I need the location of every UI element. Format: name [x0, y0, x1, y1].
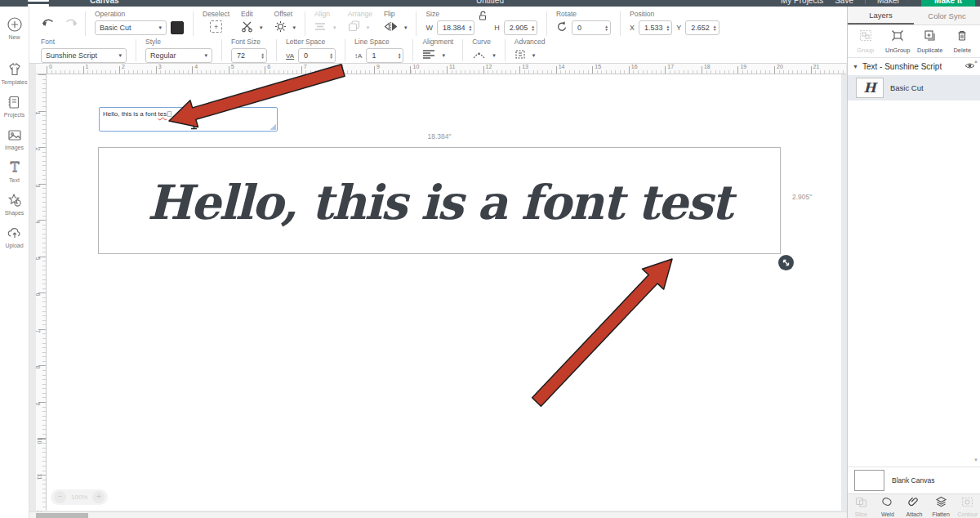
- ruler-number: 19: [740, 64, 746, 69]
- v-ruler: 123456789101112: [36, 74, 47, 511]
- delete-button[interactable]: Delete: [947, 29, 979, 54]
- font-dropdown[interactable]: Sunshine Script▾: [41, 48, 127, 63]
- ruler-number: 2: [35, 148, 41, 151]
- canvas-area: 0123456789101112131415161718192021 12345…: [29, 64, 847, 518]
- sidebar-item-templates[interactable]: Templates: [2, 61, 28, 85]
- color-swatch[interactable]: [171, 21, 184, 34]
- ruler-number: 6: [267, 64, 270, 69]
- redo-icon[interactable]: [64, 16, 78, 31]
- machine-select[interactable]: Maker ▾: [877, 0, 910, 5]
- flatten-button[interactable]: Flatten: [928, 494, 955, 518]
- rotate-group: Rotate 0▴▾: [556, 10, 611, 35]
- my-projects-link[interactable]: My Projects: [781, 0, 823, 5]
- ruler-number: 15: [595, 64, 601, 69]
- zoom-out-button[interactable]: −: [54, 491, 66, 503]
- layer-title: Text - Sunshine Script: [862, 62, 942, 71]
- make-it-button[interactable]: Make It: [921, 0, 975, 7]
- scroll-down-icon[interactable]: ▼: [973, 458, 978, 462]
- textbox-resize-corner[interactable]: [270, 124, 276, 130]
- slice-button[interactable]: Slice: [848, 494, 875, 518]
- align-lines-icon: [314, 20, 327, 35]
- pos-x-stepper[interactable]: 1.533▴▾: [639, 20, 672, 35]
- sidebar-item-projects[interactable]: Projects: [4, 94, 24, 118]
- artwork-text[interactable]: Hello, this is a font test: [99, 150, 780, 255]
- tab-color-sync[interactable]: Color Sync: [914, 7, 980, 25]
- flip-button[interactable]: ▾: [384, 20, 408, 35]
- contour-button[interactable]: Contour: [954, 494, 980, 518]
- line-space-stepper[interactable]: 1▴▾: [366, 48, 403, 63]
- ruler-number: 14: [559, 64, 565, 69]
- ruler-number: 3: [158, 64, 162, 69]
- sidebar-item-images[interactable]: Images: [5, 127, 24, 150]
- selection-box[interactable]: Hello, this is a font test: [98, 147, 781, 254]
- tab-layers[interactable]: Layers: [848, 7, 914, 25]
- save-link[interactable]: Save: [835, 0, 853, 5]
- text-edit-box[interactable]: Hello, this is a font tes: [99, 107, 278, 132]
- width-stepper[interactable]: 18.384▴▾: [437, 20, 474, 35]
- edit-button[interactable]: ▾: [241, 20, 263, 35]
- sidebar-item-upload[interactable]: Upload: [5, 225, 23, 248]
- curve-button[interactable]: ▾: [472, 48, 496, 63]
- ruler-number: 17: [667, 64, 674, 69]
- offset-button[interactable]: ▾: [274, 20, 296, 35]
- curve-arc-icon: [472, 48, 486, 63]
- deselect-button[interactable]: +: [210, 20, 222, 33]
- blank-canvas-label: Blank Canvas: [892, 476, 934, 485]
- zoom-in-button[interactable]: +: [92, 491, 105, 503]
- arrange-button[interactable]: ▾: [348, 20, 372, 35]
- ruler-number: 2: [122, 64, 125, 69]
- letter-space-group: Letter Space VA 0▴▾: [286, 38, 336, 63]
- ruler-number: 5: [231, 64, 234, 69]
- zoom-level: 100%: [71, 493, 87, 501]
- selection-width-label: 18.384": [98, 132, 781, 141]
- menu-icon[interactable]: [28, 0, 49, 7]
- sidebar-item-new[interactable]: New: [7, 16, 23, 40]
- offset-sun-icon: [274, 20, 287, 36]
- attach-button[interactable]: Attach: [901, 494, 928, 518]
- align-group: Align ▾: [314, 10, 336, 35]
- font-size-group: Font Size 72▴▾: [231, 38, 267, 63]
- sidebar-item-shapes[interactable]: Shapes: [5, 192, 24, 216]
- pos-y-stepper[interactable]: 2.652▴▾: [685, 20, 719, 35]
- group-button[interactable]: Group: [849, 29, 882, 54]
- arrange-group: Arrange ▾: [348, 10, 372, 35]
- duplicate-button[interactable]: Duplicate: [914, 29, 947, 54]
- letter-space-stepper[interactable]: 0▴▾: [298, 48, 336, 63]
- flip-group: Flip ▾: [384, 10, 408, 35]
- ruler-number: 18: [704, 64, 710, 69]
- trash-icon: [956, 29, 969, 45]
- operation-dropdown[interactable]: Basic Cut▾: [95, 20, 167, 35]
- ruler-number: 11: [449, 64, 455, 69]
- document-title: Untitled: [476, 0, 504, 5]
- ungroup-button[interactable]: UnGroup: [882, 29, 915, 54]
- ruler-number: 4: [35, 221, 41, 224]
- h-scrollbar-thumb[interactable]: [36, 513, 88, 518]
- weld-button[interactable]: Weld: [875, 494, 902, 518]
- alignment-button[interactable]: ▾: [422, 48, 453, 63]
- canvas-color-swatch[interactable]: [854, 470, 884, 491]
- scroll-up-icon[interactable]: ▲: [973, 59, 978, 64]
- align-button[interactable]: ▾: [314, 20, 336, 35]
- text-caret: [167, 111, 172, 117]
- ibeam-cursor: [189, 118, 198, 133]
- ruler-number: 6: [35, 293, 41, 297]
- advanced-button[interactable]: ▾: [514, 48, 546, 63]
- layer-row[interactable]: ▼ Text - Sunshine Script: [848, 58, 980, 75]
- font-size-stepper[interactable]: 72▴▾: [231, 48, 267, 63]
- chevron-down-icon[interactable]: ▼: [853, 64, 858, 69]
- shapes-icon: [7, 192, 23, 208]
- alignment-lines-icon: [422, 48, 435, 63]
- contour-icon: [961, 496, 973, 511]
- undo-icon[interactable]: [41, 16, 56, 31]
- sublayer-row-basic-cut[interactable]: H Basic Cut: [848, 75, 980, 100]
- rotate-stepper[interactable]: 0▴▾: [572, 20, 611, 35]
- style-dropdown[interactable]: Regular▾: [145, 48, 212, 63]
- slice-icon: [855, 496, 867, 511]
- line-space-group: Line Space ↕A 1▴▾: [354, 38, 403, 63]
- lock-open-icon[interactable]: [478, 9, 489, 24]
- plus-circle-icon: [7, 16, 23, 33]
- height-stepper[interactable]: 2.905▴▾: [504, 20, 537, 35]
- resize-handle[interactable]: [778, 255, 794, 270]
- tshirt-icon: [7, 61, 23, 78]
- sidebar-item-text[interactable]: T Text: [7, 159, 23, 183]
